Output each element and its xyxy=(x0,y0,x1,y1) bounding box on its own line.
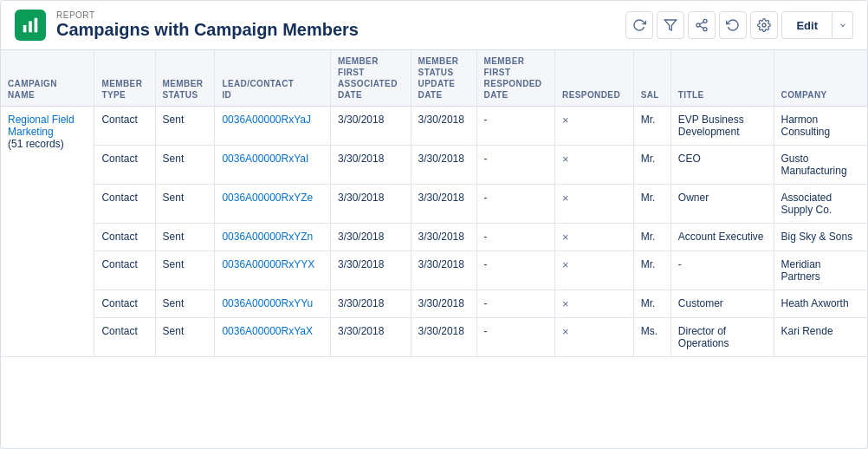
report-table: CAMPAIGNNAME MEMBERTYPE MEMBERSTATUS LEA… xyxy=(1,50,867,357)
refresh-button[interactable] xyxy=(625,11,653,39)
status-update-date-cell: 3/30/2018 xyxy=(411,146,476,185)
svg-line-7 xyxy=(700,26,704,29)
status-update-date-cell: 3/30/2018 xyxy=(411,318,476,357)
col-header-first-responded-date: MEMBER FIRST RESPONDED DATE xyxy=(476,50,555,107)
company-cell: Meridian Partners xyxy=(774,251,867,290)
company-cell: Associated Supply Co. xyxy=(774,185,867,224)
table-container: CAMPAIGNNAME MEMBERTYPE MEMBERSTATUS LEA… xyxy=(1,50,867,448)
first-responded-date-cell: - xyxy=(476,251,555,290)
refresh-icon xyxy=(632,18,646,32)
edit-button-group: Edit xyxy=(781,11,853,39)
lead-contact-id-cell[interactable]: 0036A00000RxYaI xyxy=(215,146,331,185)
table-body: Regional Field Marketing(51 records)Cont… xyxy=(1,107,867,357)
first-responded-date-cell: - xyxy=(476,107,555,146)
filter-button[interactable] xyxy=(657,11,684,39)
app-window: REPORT Campaigns with Campaign Members xyxy=(0,0,868,449)
responded-x-icon: × xyxy=(562,231,569,244)
table-row: ContactSent0036A00000RxYZe3/30/20183/30/… xyxy=(1,185,867,224)
sal-cell: Ms. xyxy=(633,318,670,357)
first-assoc-date-cell: 3/30/2018 xyxy=(330,107,411,146)
member-type-cell: Contact xyxy=(94,224,155,251)
col-header-member-type: MEMBERTYPE xyxy=(94,50,155,107)
filter-icon xyxy=(664,18,677,32)
member-type-cell: Contact xyxy=(94,290,155,318)
first-assoc-date-cell: 3/30/2018 xyxy=(330,224,411,251)
svg-point-6 xyxy=(703,28,707,31)
svg-rect-0 xyxy=(23,25,27,32)
lead-contact-id-cell[interactable]: 0036A00000RxYYX xyxy=(215,251,331,290)
title-cell: Account Executive xyxy=(670,224,774,251)
member-type-cell: Contact xyxy=(94,251,155,290)
member-status-cell: Sent xyxy=(155,107,215,146)
responded-x-icon: × xyxy=(562,114,569,127)
reload-icon xyxy=(726,18,740,32)
responded-x-icon: × xyxy=(562,297,569,310)
col-header-company: COMPANY xyxy=(774,50,867,107)
status-update-date-cell: 3/30/2018 xyxy=(411,251,476,290)
title-cell: CEO xyxy=(670,146,774,185)
lead-contact-id-cell[interactable]: 0036A00000RxYZn xyxy=(215,224,331,251)
first-responded-date-cell: - xyxy=(476,185,555,224)
lead-contact-id-cell[interactable]: 0036A00000RxYZe xyxy=(215,185,331,224)
page-title: Campaigns with Campaign Members xyxy=(56,20,625,40)
first-assoc-date-cell: 3/30/2018 xyxy=(330,146,411,185)
table-row: ContactSent0036A00000RxYZn3/30/20183/30/… xyxy=(1,224,867,251)
edit-button[interactable]: Edit xyxy=(781,11,832,39)
first-responded-date-cell: - xyxy=(476,290,555,318)
first-responded-date-cell: - xyxy=(476,146,555,185)
table-row: Regional Field Marketing(51 records)Cont… xyxy=(1,107,867,146)
status-update-date-cell: 3/30/2018 xyxy=(411,185,476,224)
responded-cell: × xyxy=(555,146,634,185)
reload-button[interactable] xyxy=(719,11,747,39)
company-cell: Big Sky & Sons xyxy=(774,224,867,251)
first-assoc-date-cell: 3/30/2018 xyxy=(330,318,411,357)
member-status-cell: Sent xyxy=(155,224,215,251)
member-status-cell: Sent xyxy=(155,251,215,290)
title-cell: Owner xyxy=(670,185,774,224)
header-row: CAMPAIGNNAME MEMBERTYPE MEMBERSTATUS LEA… xyxy=(1,50,867,107)
col-header-first-assoc-date: MEMBER FIRST ASSOCIATED DATE xyxy=(330,50,411,107)
member-status-cell: Sent xyxy=(155,146,215,185)
col-header-member-status: MEMBERSTATUS xyxy=(155,50,215,107)
campaign-name-link[interactable]: Regional Field Marketing(51 records) xyxy=(8,114,74,150)
responded-cell: × xyxy=(555,224,634,251)
svg-point-4 xyxy=(703,19,707,23)
first-assoc-date-cell: 3/30/2018 xyxy=(330,251,411,290)
chevron-down-icon xyxy=(839,21,847,29)
company-cell: Harmon Consulting xyxy=(774,107,867,146)
responded-x-icon: × xyxy=(562,325,569,338)
responded-x-icon: × xyxy=(562,192,569,205)
first-responded-date-cell: - xyxy=(476,318,555,357)
member-status-cell: Sent xyxy=(155,290,215,318)
table-row: ContactSent0036A00000RxYYX3/30/20183/30/… xyxy=(1,251,867,290)
svg-rect-1 xyxy=(29,21,32,32)
sal-cell: Mr. xyxy=(633,290,670,318)
campaign-name-cell[interactable]: Regional Field Marketing(51 records) xyxy=(1,107,94,357)
responded-cell: × xyxy=(555,318,634,357)
lead-contact-id-cell[interactable]: 0036A00000RxYYu xyxy=(215,290,331,318)
title-cell: Director of Operations xyxy=(670,318,774,357)
settings-button[interactable] xyxy=(750,11,778,39)
member-type-cell: Contact xyxy=(94,107,155,146)
first-assoc-date-cell: 3/30/2018 xyxy=(330,185,411,224)
sal-cell: Mr. xyxy=(633,146,670,185)
report-header: REPORT Campaigns with Campaign Members xyxy=(1,1,867,50)
svg-rect-2 xyxy=(35,18,38,33)
share-icon xyxy=(695,18,709,32)
company-cell: Heath Axworth xyxy=(774,290,867,318)
lead-contact-id-cell[interactable]: 0036A00000RxYaX xyxy=(215,318,331,357)
member-status-cell: Sent xyxy=(155,185,215,224)
col-header-campaign-name: CAMPAIGNNAME xyxy=(1,50,94,107)
member-type-cell: Contact xyxy=(94,318,155,357)
share-button[interactable] xyxy=(688,11,716,39)
status-update-date-cell: 3/30/2018 xyxy=(411,290,476,318)
first-assoc-date-cell: 3/30/2018 xyxy=(330,290,411,318)
sal-cell: Mr. xyxy=(633,251,670,290)
responded-cell: × xyxy=(555,251,634,290)
title-cell: EVP Business Development xyxy=(670,107,774,146)
company-cell: Gusto Manufacturing xyxy=(774,146,867,185)
title-cell: - xyxy=(670,251,774,290)
col-header-status-update-date: MEMBER STATUS UPDATE DATE xyxy=(411,50,476,107)
lead-contact-id-cell[interactable]: 0036A00000RxYaJ xyxy=(215,107,331,146)
edit-dropdown-button[interactable] xyxy=(832,11,853,39)
